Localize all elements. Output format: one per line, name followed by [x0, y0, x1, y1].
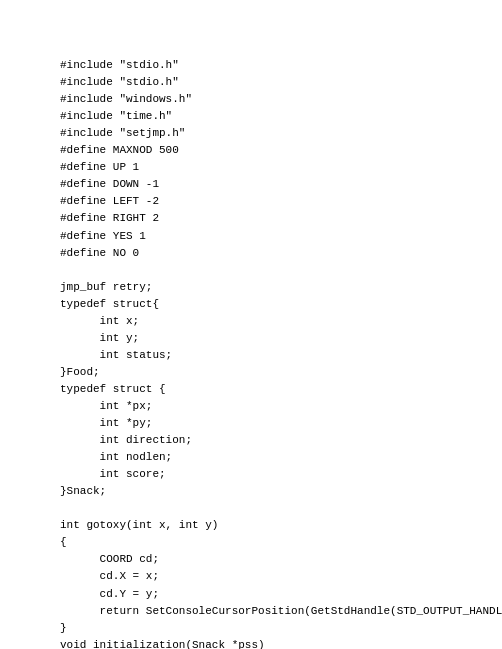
code-line: jmp_buf retry; [60, 279, 482, 296]
code-line [60, 262, 482, 279]
code-line: } [60, 620, 482, 637]
code-line: #define RIGHT 2 [60, 210, 482, 227]
code-line: #include "windows.h" [60, 91, 482, 108]
code-line: typedef struct{ [60, 296, 482, 313]
code-line: cd.X = x; [60, 568, 482, 585]
code-line: int status; [60, 347, 482, 364]
code-line: cd.Y = y; [60, 586, 482, 603]
code-line: }Snack; [60, 483, 482, 500]
code-line: COORD cd; [60, 551, 482, 568]
code-line: int *py; [60, 415, 482, 432]
code-editor: #include "stdio.h"#include "stdio.h"#inc… [0, 0, 502, 649]
code-line: #define DOWN -1 [60, 176, 482, 193]
code-line: int direction; [60, 432, 482, 449]
code-line: { [60, 534, 482, 551]
code-line: int gotoxy(int x, int y) [60, 517, 482, 534]
code-line: #define LEFT -2 [60, 193, 482, 210]
code-line: int score; [60, 466, 482, 483]
code-line: #include "stdio.h" [60, 57, 482, 74]
code-line: #define MAXNOD 500 [60, 142, 482, 159]
code-line: }Food; [60, 364, 482, 381]
code-line: #define YES 1 [60, 228, 482, 245]
code-line: #include "stdio.h" [60, 74, 482, 91]
code-line: void initialization(Snack *pss) [60, 637, 482, 649]
code-line: typedef struct { [60, 381, 482, 398]
code-line: #define UP 1 [60, 159, 482, 176]
code-line: return SetConsoleCursorPosition(GetStdHa… [60, 603, 482, 620]
code-line: int y; [60, 330, 482, 347]
code-line: #include "time.h" [60, 108, 482, 125]
code-line: int x; [60, 313, 482, 330]
code-line [60, 500, 482, 517]
code-line: int nodlen; [60, 449, 482, 466]
code-line: int *px; [60, 398, 482, 415]
code-line: #define NO 0 [60, 245, 482, 262]
code-line: #include "setjmp.h" [60, 125, 482, 142]
